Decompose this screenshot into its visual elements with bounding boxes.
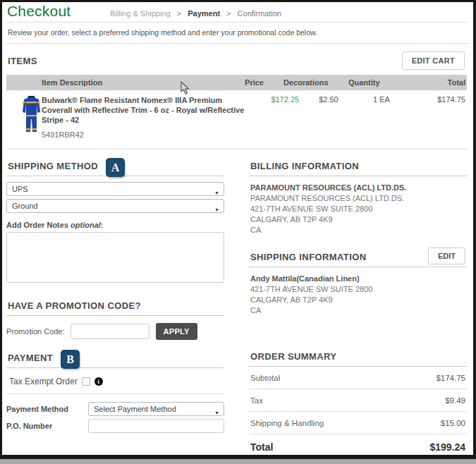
- chevron-down-icon: ▼: [214, 204, 219, 216]
- billing-line: CALGARY, AB T2P 4K9: [250, 214, 467, 225]
- breadcrumb-billing-shipping[interactable]: Billing & Shipping: [110, 9, 171, 18]
- tax-value: $9.49: [445, 396, 465, 405]
- billing-line: PARAMOUNT RESOURCES (ACL) LTD.DS.: [250, 183, 467, 193]
- shipping-info-header: SHIPPING INFORMATION EDIT: [249, 250, 467, 267]
- item-sku: 5491RBR42: [42, 130, 255, 139]
- col-decorations: Decorations: [264, 78, 334, 87]
- item-decorations: $2.50: [299, 95, 359, 139]
- shipping-handling-value: $15.00: [441, 419, 465, 427]
- shipping-line: Andy Mattila(Canadian Linen): [250, 274, 467, 284]
- tax-label: Tax: [250, 396, 263, 405]
- promo-code-label: Promotion Code:: [6, 327, 65, 336]
- order-notes-textarea[interactable]: [6, 232, 224, 283]
- summary-row-shipping: Shipping & Handling $15.00: [249, 412, 467, 434]
- step-a-badge: A: [106, 158, 125, 177]
- divider: [6, 149, 468, 149]
- items-table: Item Description Price Decorations Quant…: [6, 75, 467, 146]
- apply-button[interactable]: APPLY: [156, 323, 197, 340]
- total-value: $199.24: [429, 441, 465, 453]
- col-quantity: Quantity: [334, 78, 402, 87]
- payment-method-select[interactable]: Select Payment Method ▼: [88, 402, 224, 416]
- shipping-line: CALGARY, AB T2P 4K9: [250, 295, 467, 305]
- col-price: Price: [207, 78, 264, 87]
- billing-line: PARAMOUNT RESOURCES (ACL) LTD.DS.: [250, 193, 467, 204]
- instructions-text: Review your order, select a preferred sh…: [6, 23, 468, 44]
- chevron-down-icon: ▼: [214, 407, 219, 420]
- info-icon[interactable]: i: [94, 377, 103, 386]
- service-select[interactable]: Ground ▼: [6, 199, 224, 213]
- table-row: Bulwark® Flame Resistant Nomex® IIIA Pre…: [6, 90, 467, 146]
- item-total: $174.75: [415, 95, 467, 139]
- breadcrumb-confirmation: Confirmation: [238, 9, 281, 18]
- shipping-line: CA: [250, 305, 467, 316]
- subtotal-label: Subtotal: [250, 374, 280, 382]
- breadcrumb-payment: Payment: [188, 9, 220, 18]
- summary-row-total: Total $199.24: [249, 434, 467, 455]
- carrier-selected-value: UPS: [12, 185, 28, 193]
- billing-info-heading: BILLING INFORMATION: [250, 161, 359, 171]
- billing-address: PARAMOUNT RESOURCES (ACL) LTD.DS. PARAMO…: [249, 183, 467, 236]
- header: Checkout Billing & Shipping > Payment > …: [6, 2, 468, 23]
- product-image: [6, 95, 42, 139]
- shipping-method-heading: SHIPPING METHOD: [8, 161, 98, 171]
- promo-code-input[interactable]: [71, 324, 149, 339]
- billing-line: 421-7TH AVENUE SW SUITE 2800: [250, 204, 467, 214]
- breadcrumb: Billing & Shipping > Payment > Confirmat…: [110, 9, 281, 18]
- page-frame: Checkout Billing & Shipping > Payment > …: [0, 0, 476, 459]
- po-number-label: P.O. Number: [6, 422, 88, 430]
- shipping-handling-label: Shipping & Handling: [250, 419, 324, 427]
- page-title: Checkout: [7, 3, 71, 20]
- shipping-method-header: SHIPPING METHOD A: [6, 159, 224, 176]
- checkout-page: Checkout Billing & Shipping > Payment > …: [0, 0, 476, 464]
- billing-info-header: BILLING INFORMATION: [249, 159, 467, 176]
- tax-exempt-checkbox[interactable]: [82, 377, 90, 386]
- promo-header: HAVE A PROMOTION CODE?: [6, 299, 224, 316]
- col-total: Total: [402, 78, 467, 87]
- summary-row-subtotal: Subtotal $174.75: [249, 367, 467, 389]
- item-quantity: 1 EA: [359, 95, 415, 139]
- carrier-select[interactable]: UPS ▼: [6, 182, 224, 196]
- payment-method-label: Payment Method: [6, 405, 88, 413]
- payment-header: PAYMENT B: [6, 351, 224, 368]
- order-summary-heading: ORDER SUMMARY: [250, 351, 336, 362]
- item-price: $172.25: [255, 95, 299, 139]
- left-column: SHIPPING METHOD A UPS ▼ Ground ▼ Add Ord…: [6, 159, 224, 455]
- shipping-info-heading: SHIPPING INFORMATION: [250, 252, 366, 262]
- promo-heading: HAVE A PROMOTION CODE?: [8, 300, 141, 311]
- order-notes-label: Add Order Notes optional:: [6, 221, 224, 229]
- shipping-line: 421-7TH AVENUE SW SUITE 2800: [250, 284, 467, 295]
- payment-method-value: Select Payment Method: [94, 405, 176, 413]
- shipping-address: Andy Mattila(Canadian Linen) 421-7TH AVE…: [249, 274, 467, 316]
- edit-shipping-button[interactable]: EDIT: [428, 248, 465, 264]
- summary-row-tax: Tax $9.49: [249, 389, 467, 412]
- breadcrumb-separator: >: [226, 9, 231, 18]
- tax-exempt-label: Tax Exempt Order: [9, 377, 78, 386]
- billing-line: CA: [250, 225, 467, 236]
- step-b-badge: B: [61, 350, 80, 369]
- items-table-header: Item Description Price Decorations Quant…: [6, 75, 467, 90]
- order-summary-header: ORDER SUMMARY: [249, 350, 467, 367]
- item-description[interactable]: Bulwark® Flame Resistant Nomex® IIIA Pre…: [42, 95, 255, 125]
- total-label: Total: [250, 441, 273, 453]
- po-number-input[interactable]: [88, 419, 224, 433]
- items-section-header: ITEMS EDIT CART: [6, 44, 468, 75]
- items-heading: ITEMS: [8, 56, 37, 66]
- col-item-description: Item Description: [6, 78, 207, 87]
- chevron-down-icon: ▼: [214, 187, 219, 200]
- right-column: BILLING INFORMATION PARAMOUNT RESOURCES …: [249, 159, 467, 455]
- service-selected-value: Ground: [12, 202, 38, 210]
- subtotal-value: $174.75: [436, 374, 465, 382]
- payment-heading: PAYMENT: [8, 353, 53, 363]
- breadcrumb-separator: >: [177, 9, 181, 18]
- edit-cart-button[interactable]: EDIT CART: [402, 51, 465, 70]
